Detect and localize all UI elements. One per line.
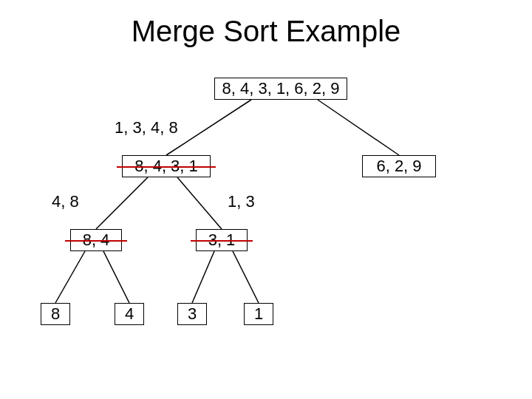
svg-line-7	[233, 251, 259, 303]
merged-label-l2a: 4, 8	[52, 192, 79, 211]
svg-line-0	[166, 100, 251, 155]
svg-line-3	[177, 177, 222, 229]
connector-lines	[0, 0, 532, 399]
node-root: 8, 4, 3, 1, 6, 2, 9	[214, 78, 347, 100]
svg-line-4	[55, 251, 85, 303]
svg-line-2	[96, 177, 148, 229]
page-title: Merge Sort Example	[0, 15, 532, 48]
node-leaf-8: 8	[41, 303, 70, 325]
node-l1-right: 6, 2, 9	[362, 155, 436, 177]
strike-l1-left	[117, 166, 216, 168]
strike-l2-b	[191, 240, 253, 242]
merged-label-root-left: 1, 3, 4, 8	[115, 118, 178, 137]
svg-line-6	[192, 251, 214, 303]
node-leaf-3: 3	[177, 303, 207, 325]
strike-l2-a	[65, 240, 127, 242]
node-leaf-4: 4	[115, 303, 144, 325]
svg-line-1	[318, 100, 399, 155]
svg-line-5	[103, 251, 129, 303]
merged-label-l2b: 1, 3	[228, 192, 255, 211]
node-leaf-1: 1	[244, 303, 273, 325]
